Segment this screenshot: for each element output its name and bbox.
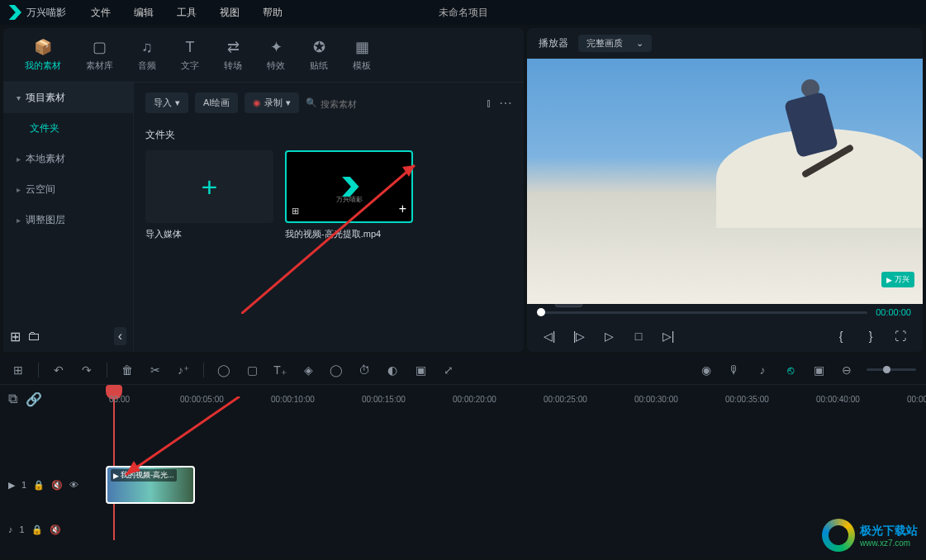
expand-button[interactable]: ⤢ [440,363,457,377]
zoom-slider[interactable] [867,368,916,371]
watermark-logo-icon [822,519,855,552]
tab-library[interactable]: ▢素材库 [81,35,118,75]
video-track-icon[interactable]: ▶ [8,480,15,491]
prev-frame-button[interactable]: ◁| [539,325,560,347]
mask-button[interactable]: ▣ [412,363,429,377]
video-track-lane[interactable]: ▶我的视频-高光... [106,463,926,507]
folder-icon[interactable]: 🗀 [27,329,40,344]
media-clip-card[interactable]: 万兴喵影 ⊞ + 我的视频-高光提取.mp4 [285,150,413,240]
tab-my-media[interactable]: 📦我的素材 [20,35,66,75]
mute-icon[interactable]: 🔇 [51,480,63,491]
step-back-button[interactable]: |▷ [568,325,590,347]
zoom-out-button[interactable]: ⊖ [838,363,855,377]
project-name: 未命名项目 [439,6,488,20]
stop-button[interactable]: □ [628,325,649,347]
quality-dropdown[interactable]: 完整画质⌄ [578,35,652,52]
play-button[interactable]: ▷ [598,325,620,347]
clip-logo-text: 万兴喵影 [336,195,363,204]
grid-icon[interactable]: ⊞ [10,363,26,377]
audio-track-lane[interactable] [106,507,926,552]
sidebar-folder[interactable]: 文件夹 [3,113,133,144]
chain-icon[interactable]: 🔗 [26,392,42,407]
chevron-right-icon: ▸ [17,216,21,225]
delete-button[interactable]: 🗑 [119,363,135,377]
lock-icon[interactable]: 🔒 [31,524,43,535]
more-icon[interactable]: ⋯ [499,95,512,111]
preview-viewport[interactable]: ▶万兴 [527,59,923,304]
voice-icon[interactable]: 🎙 [726,363,743,377]
collapse-sidebar-button[interactable]: ‹ [114,327,126,345]
preview-watermark: ▶万兴 [881,272,914,287]
redo-button[interactable]: ↷ [78,363,95,377]
audio-track-icon[interactable]: ♪ [8,524,13,534]
music-button[interactable]: ♪⁺ [175,363,192,377]
tab-stickers[interactable]: ✪贴纸 [305,35,333,75]
text-button[interactable]: T₊ [272,363,288,377]
library-icon: ▢ [91,38,109,56]
tab-effects[interactable]: ✦特效 [262,35,290,75]
snap-button[interactable]: ▣ [810,363,827,377]
sidebar-local[interactable]: ▸本地素材 [3,144,133,174]
audio-track: ♪ 1 🔒 🔇 [0,507,926,552]
bracket-close-icon[interactable]: } [860,325,881,347]
lock-icon[interactable]: 🔒 [33,480,45,491]
note-icon[interactable]: ♪ [754,363,771,377]
player-panel: 播放器 完整画质⌄ ▶万兴 00:00:00 ◁| |▷ ▷ □ ▷| { } … [527,28,923,352]
magnetic-button[interactable]: ⎋ [782,363,799,377]
seek-track[interactable] [539,311,867,314]
mute-icon[interactable]: 🔇 [50,524,61,535]
tool-1-icon[interactable]: ◯ [216,363,232,377]
link-icon[interactable]: ⧉ [8,392,17,406]
import-button[interactable]: 导入▾ [145,93,188,113]
menu-help[interactable]: 帮助 [263,6,283,20]
new-folder-icon[interactable]: ⊞ [10,329,21,344]
seek-handle[interactable] [537,308,545,316]
time-current: 00:00:00 [876,307,911,317]
tab-templates[interactable]: ▦模板 [348,35,376,75]
timeline-clip[interactable]: ▶我的视频-高光... [106,466,195,504]
tab-audio[interactable]: ♫音频 [133,35,161,75]
audio-track-num: 1 [20,524,25,534]
color-button[interactable]: ◐ [384,363,401,377]
timeline-ruler[interactable]: 00:00 00:00:05:00 00:00:10:00 00:00:15:0… [106,385,926,413]
speed-button[interactable]: ⏱ [356,363,373,377]
preview-content [749,63,898,228]
record-button[interactable]: ◉录制▾ [245,93,299,113]
sidebar-project-media[interactable]: ▾项目素材 [3,83,133,113]
chevron-down-icon: ▾ [175,97,180,108]
sidebar-adjust[interactable]: ▸调整图层 [3,205,133,235]
filter-icon[interactable]: ⫾ [486,96,492,111]
undo-button[interactable]: ↶ [50,363,67,377]
sidebar-cloud[interactable]: ▸云空间 [3,174,133,205]
ai-paint-button[interactable]: AI绘画 [195,93,238,113]
media-content: 导入▾ AI绘画 ◉录制▾ ⫾ ⋯ 文件夹 + 导入媒体 [134,83,524,352]
tab-transition[interactable]: ⇄转场 [219,35,247,75]
player-title: 播放器 [539,36,568,50]
mix-icon[interactable]: ◉ [698,363,715,377]
timeline-panel: ⊞ ↶ ↷ 🗑 ✂ ♪⁺ ◯ ▢ T₊ ◈ ◯ ⏱ ◐ ▣ ⤢ ◉ 🎙 ♪ ⎋ … [0,355,926,557]
import-media-card[interactable]: + 导入媒体 [145,150,273,240]
cut-button[interactable]: ✂ [147,363,164,377]
visibility-icon[interactable]: 👁 [69,480,78,490]
menubar: 文件 编辑 工具 视图 帮助 [91,6,283,20]
search-input[interactable] [306,99,435,109]
menu-edit[interactable]: 编辑 [134,6,154,20]
clip-thumb[interactable]: 万兴喵影 ⊞ + [285,150,413,223]
menu-tools[interactable]: 工具 [177,6,197,20]
import-label: 导入媒体 [145,228,273,240]
crop-button[interactable]: ▢ [244,363,260,377]
keyframe-button[interactable]: ◈ [300,363,316,377]
menu-file[interactable]: 文件 [91,6,111,20]
bracket-open-icon[interactable]: { [830,325,852,347]
add-clip-icon[interactable]: + [399,202,406,216]
fullscreen-button[interactable]: ⛶ [890,325,911,347]
next-frame-button[interactable]: ▷| [658,325,679,347]
tab-text[interactable]: T文字 [176,35,204,75]
shape-button[interactable]: ◯ [328,363,344,377]
clip-type-icon: ⊞ [292,206,299,216]
app-name: 万兴喵影 [26,6,66,20]
templates-icon: ▦ [353,38,371,56]
import-thumb: + [145,150,273,223]
menu-view[interactable]: 视图 [220,6,240,20]
media-grid: + 导入媒体 万兴喵影 ⊞ + 我的视频-高光提取.mp4 [145,150,512,240]
